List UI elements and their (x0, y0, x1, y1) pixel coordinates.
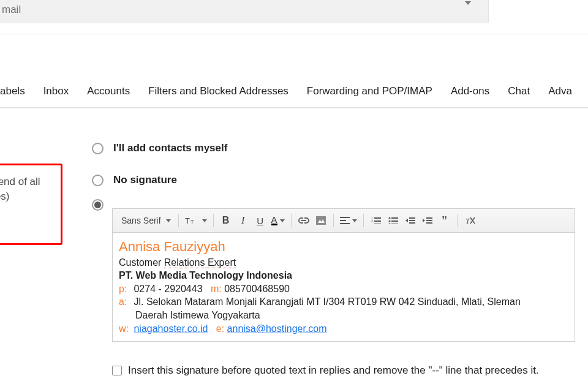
hint-line: ages) (0, 189, 61, 204)
chevron-down-icon (280, 219, 285, 222)
tab-labels[interactable]: abels (0, 85, 25, 97)
font-family-label: Sans Serif (121, 216, 161, 225)
ordered-list-button[interactable]: 12 (370, 214, 382, 227)
svg-point-12 (388, 217, 390, 219)
highlight-annotation: he end of all ages) (0, 164, 62, 245)
insert-before-option[interactable]: Insert this signature before quoted text… (112, 364, 539, 377)
tab-advanced[interactable]: Adva (548, 85, 572, 97)
svg-rect-21 (409, 222, 415, 224)
signature-content[interactable]: Annisa Fauziyyah Customer Relations Expe… (112, 233, 575, 342)
separator (363, 214, 364, 227)
tab-accounts[interactable]: Accounts (87, 85, 130, 97)
svg-rect-5 (340, 220, 346, 221)
svg-rect-2 (316, 216, 326, 225)
italic-button[interactable]: I (237, 214, 249, 227)
svg-rect-10 (374, 221, 381, 222)
svg-rect-17 (391, 224, 398, 224)
forwarding-selector[interactable]: mail (0, 0, 489, 23)
svg-point-14 (388, 224, 390, 225)
svg-marker-18 (405, 219, 408, 222)
unordered-list-button[interactable] (387, 214, 399, 227)
separator (178, 214, 179, 227)
chevron-down-icon (166, 219, 171, 222)
radio-icon[interactable] (92, 143, 104, 154)
signature-name: Annisa Fauziyyah (119, 238, 568, 256)
option-custom-signature[interactable] (92, 199, 104, 211)
chevron-down-icon (465, 5, 471, 15)
font-size-button[interactable]: TT (185, 214, 207, 227)
outdent-button[interactable] (404, 214, 417, 227)
checkbox-icon[interactable] (112, 366, 122, 375)
text-color-button[interactable]: A (271, 214, 285, 227)
radio-icon[interactable] (92, 199, 104, 211)
tab-chat[interactable]: Chat (508, 85, 530, 97)
align-button[interactable] (340, 214, 357, 227)
quote-button[interactable]: ” (439, 214, 451, 227)
divider (0, 107, 588, 108)
svg-rect-9 (374, 217, 381, 219)
tab-forwarding[interactable]: Forwarding and POP/IMAP (307, 85, 432, 97)
option-no-signature[interactable]: No signature (92, 174, 177, 186)
signature-editor: Sans Serif TT B I U A 12 (112, 208, 575, 342)
tab-filters[interactable]: Filters and Blocked Addresses (148, 85, 288, 97)
insert-image-button[interactable] (315, 214, 327, 227)
signature-website-link[interactable]: niagahoster.co.id (134, 323, 208, 334)
svg-rect-25 (426, 222, 432, 224)
svg-rect-6 (340, 223, 350, 224)
signature-email-link[interactable]: annisa@hostinger.com (227, 323, 327, 334)
svg-rect-23 (426, 217, 432, 219)
svg-rect-16 (391, 221, 398, 222)
editor-toolbar: Sans Serif TT B I U A 12 (112, 208, 575, 233)
option-label: No signature (113, 174, 177, 186)
forwarding-selector-text: mail (2, 4, 21, 16)
underline-button[interactable]: U (254, 214, 266, 227)
svg-rect-24 (426, 220, 432, 221)
signature-company: PT. Web Media Technology Indonesia (119, 269, 568, 282)
svg-rect-19 (409, 217, 415, 219)
chevron-down-icon (352, 219, 357, 222)
svg-rect-15 (391, 217, 398, 219)
svg-rect-11 (374, 224, 381, 224)
option-label: I'll add contacts myself (113, 142, 227, 154)
divider (0, 34, 588, 34)
svg-text:T: T (190, 219, 194, 225)
separator (333, 214, 334, 227)
insert-before-label: Insert this signature before quoted text… (128, 364, 539, 377)
chevron-down-icon (202, 219, 207, 222)
tab-inbox[interactable]: Inbox (43, 85, 69, 97)
separator (213, 214, 214, 227)
signature-address-row: a: Jl. Selokan Mataram Monjali Karangjat… (119, 295, 568, 309)
svg-text:T: T (185, 216, 190, 225)
font-family-select[interactable]: Sans Serif (118, 214, 172, 227)
indent-button[interactable] (421, 214, 434, 227)
clear-formatting-button[interactable]: T (464, 214, 476, 227)
signature-phone-row: p: 0274 - 2920443 m: 085700468590 (119, 282, 568, 296)
tab-addons[interactable]: Add-ons (451, 85, 489, 97)
svg-point-13 (388, 221, 390, 222)
svg-rect-20 (409, 220, 415, 221)
settings-tabs: abels Inbox Accounts Filters and Blocked… (0, 81, 588, 101)
svg-text:T: T (466, 216, 470, 225)
signature-role: Customer Relations Expert (119, 256, 568, 270)
separator (457, 214, 458, 227)
signature-address-row2: Daerah Istimewa Yogyakarta (119, 309, 568, 322)
radio-icon[interactable] (92, 175, 104, 186)
svg-text:2: 2 (371, 219, 373, 223)
insert-link-button[interactable] (298, 214, 310, 227)
option-add-contacts[interactable]: I'll add contacts myself (92, 142, 227, 154)
bold-button[interactable]: B (220, 214, 232, 227)
hint-line: he end of all (0, 175, 61, 189)
signature-links-row: w: niagahoster.co.id e: annisa@hostinger… (119, 322, 568, 336)
svg-rect-4 (340, 217, 350, 218)
separator (291, 214, 292, 227)
svg-marker-22 (423, 219, 425, 222)
